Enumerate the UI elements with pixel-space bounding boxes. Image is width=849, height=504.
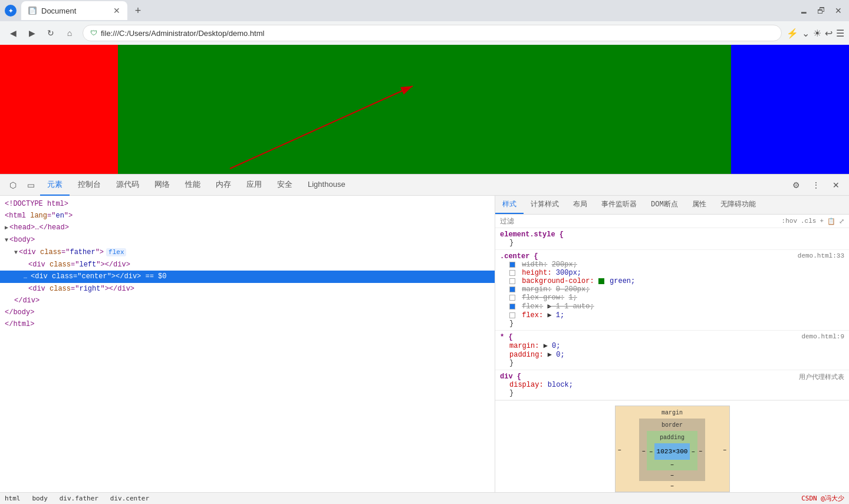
undo-icon[interactable]: ↩ — [825, 28, 832, 39]
filter-cls[interactable]: .cls — [801, 218, 816, 225]
close-button[interactable]: ✕ — [832, 4, 844, 18]
style-prop-margin: margin: 0 200px; — [509, 285, 844, 294]
devtools-tab-memory[interactable]: 内存 — [209, 174, 238, 196]
lightning-icon[interactable]: ⚡ — [787, 28, 798, 39]
breadcrumb-div-father[interactable]: div.father — [60, 495, 98, 502]
tab-close-button[interactable]: ✕ — [113, 6, 120, 15]
style-prop-close-div: } — [509, 389, 844, 397]
bm-content: 1023×300 — [654, 443, 690, 460]
style-checkbox-flex[interactable] — [509, 312, 515, 318]
style-checkbox-flex-auto[interactable] — [509, 304, 515, 309]
style-prop-flex: flex: ▶ 1; — [509, 311, 844, 319]
home-button[interactable]: ⌂ — [61, 25, 78, 41]
back-button[interactable]: ◀ — [5, 25, 21, 41]
box-model-diagram: margin – border – padding — [615, 406, 730, 492]
filter-input[interactable] — [500, 217, 782, 225]
menu-icon[interactable]: ☰ — [836, 28, 844, 39]
styles-panel: 样式 计算样式 布局 事件监听器 DOM断点 属性 无障碍功能 :hov .cl… — [495, 196, 849, 492]
box-model-section: margin – border – padding — [495, 400, 849, 492]
device-toggle-icon[interactable]: ▭ — [22, 177, 39, 193]
window-controls: 🗕 🗗 ✕ — [797, 4, 844, 18]
html-line-doctype[interactable]: <!DOCTYPE html> — [0, 198, 495, 210]
breadcrumb-body[interactable]: body — [32, 495, 48, 502]
breadcrumb-html[interactable]: html — [5, 495, 21, 502]
styles-tab-computed[interactable]: 计算样式 — [524, 196, 566, 214]
brightness-icon[interactable]: ☀ — [813, 28, 821, 39]
devtools-tab-elements[interactable]: 元素 — [40, 174, 70, 196]
settings-icon[interactable]: ⚙ — [788, 177, 804, 193]
style-prop-display: display: block; — [509, 381, 844, 389]
html-line-html[interactable]: <html lang="en"> — [0, 210, 495, 222]
filter-right-options: :hov .cls + 📋 ⤢ — [782, 218, 844, 225]
style-checkbox-flexgrow[interactable] — [509, 295, 515, 301]
html-line-left[interactable]: <div class="left"></div> — [0, 259, 495, 271]
html-line-center[interactable]: …<div class="center"></div> == $0 — [0, 271, 495, 283]
style-checkbox-bgcolor[interactable] — [509, 278, 515, 284]
bm-margin-right: – — [723, 446, 727, 453]
refresh-button[interactable]: ↻ — [42, 25, 59, 41]
style-source-div: 用户代理样式表 — [799, 373, 844, 381]
nav-bar: ◀ ▶ ↻ ⌂ 🛡 file:///C:/Users/Administrator… — [0, 21, 849, 45]
tab-favicon: 📄 — [28, 6, 37, 15]
style-prop-close: } — [509, 239, 844, 247]
html-line-head[interactable]: ▶<head>…</head> — [0, 222, 495, 234]
filter-add-icon[interactable]: + — [820, 218, 824, 225]
devtools-tab-security[interactable]: 安全 — [270, 174, 300, 196]
close-devtools-icon[interactable]: ✕ — [828, 177, 844, 193]
bm-border-left: – — [641, 447, 646, 454]
more-options-icon[interactable]: ⋮ — [808, 177, 824, 193]
devtools-tab-application[interactable]: 应用 — [239, 174, 269, 196]
maximize-button[interactable]: 🗗 — [815, 4, 828, 18]
devtools-tab-network[interactable]: 网络 — [147, 174, 177, 196]
browser-window: ✦ 📄 Document ✕ + 🗕 🗗 ✕ ◀ ▶ ↻ ⌂ 🛡 file://… — [0, 0, 849, 504]
style-prop-bgcolor: background-color: green; — [509, 277, 844, 285]
style-prop-close-star: } — [509, 359, 844, 367]
style-checkbox-width[interactable] — [509, 262, 515, 268]
devtools-panel: ⬡ ▭ 元素 控制台 源代码 网络 性能 内存 应用 — [0, 174, 849, 504]
html-line-father[interactable]: ▼<div class="father">flex — [0, 246, 495, 259]
style-prop-close-center: } — [509, 319, 844, 328]
inspect-element-icon[interactable]: ⬡ — [5, 177, 21, 193]
styles-tab-listeners[interactable]: 事件监听器 — [594, 196, 644, 214]
style-selector-center: .center { — [500, 252, 538, 261]
html-line-close-html[interactable]: </html> — [0, 318, 495, 330]
style-source-center: demo.html:33 — [798, 252, 844, 259]
styles-tabs-bar: 样式 计算样式 布局 事件监听器 DOM断点 属性 无障碍功能 — [495, 196, 849, 215]
devtools-tab-console[interactable]: 控制台 — [71, 174, 108, 196]
bm-content-size: 1023×300 — [657, 448, 688, 455]
chevron-down-icon[interactable]: ⌄ — [802, 28, 809, 39]
devtools-content: <!DOCTYPE html> <html lang="en"> ▶<head>… — [0, 196, 849, 492]
status-bar: html body div.father div.center CSDN @冯大… — [0, 492, 849, 504]
style-rule-star: * { demo.html:9 margin: ▶ 0; padding: ▶ … — [495, 331, 849, 370]
devtools-tab-sources[interactable]: 源代码 — [109, 174, 146, 196]
browser-tab[interactable]: 📄 Document ✕ — [21, 1, 127, 20]
styles-tab-accessibility[interactable]: 无障碍功能 — [713, 196, 763, 214]
styles-tab-dom-breakpoints[interactable]: DOM断点 — [644, 196, 685, 214]
html-line-close-body[interactable]: </body> — [0, 307, 495, 318]
filter-hov[interactable]: :hov — [782, 218, 797, 225]
html-line-right[interactable]: <div class="right"></div> — [0, 283, 495, 295]
style-selector-element: element.style { — [500, 230, 564, 239]
minimize-button[interactable]: 🗕 — [797, 4, 810, 18]
breadcrumb-div-center[interactable]: div.center — [110, 495, 149, 502]
filter-expand-icon[interactable]: ⤢ — [839, 218, 844, 225]
styles-tab-layout[interactable]: 布局 — [566, 196, 594, 214]
breadcrumb: html body div.father div.center — [5, 495, 149, 502]
forward-button[interactable]: ▶ — [24, 25, 40, 41]
style-checkbox-margin[interactable] — [509, 286, 515, 292]
style-prop-width: width: 200px; — [509, 261, 844, 269]
address-bar[interactable]: 🛡 file:///C:/Users/Administrator/Desktop… — [83, 25, 782, 41]
style-checkbox-height[interactable] — [509, 270, 515, 276]
styles-tab-properties[interactable]: 属性 — [685, 196, 713, 214]
style-selector-div: div { — [500, 373, 521, 381]
html-line-close-father[interactable]: </div> — [0, 295, 495, 307]
devtools-tab-performance[interactable]: 性能 — [178, 174, 208, 196]
style-selector-star: * { — [500, 333, 513, 341]
color-swatch-green[interactable] — [598, 278, 604, 284]
filter-copy-icon[interactable]: 📋 — [827, 218, 835, 225]
new-tab-button[interactable]: + — [130, 2, 146, 19]
styles-tab-styles[interactable]: 样式 — [495, 196, 524, 214]
html-line-body[interactable]: ▼<body> — [0, 234, 495, 246]
devtools-tab-lighthouse[interactable]: Lighthouse — [301, 174, 353, 196]
style-prop-flexgrow: flex-grow: 1; — [509, 294, 844, 302]
